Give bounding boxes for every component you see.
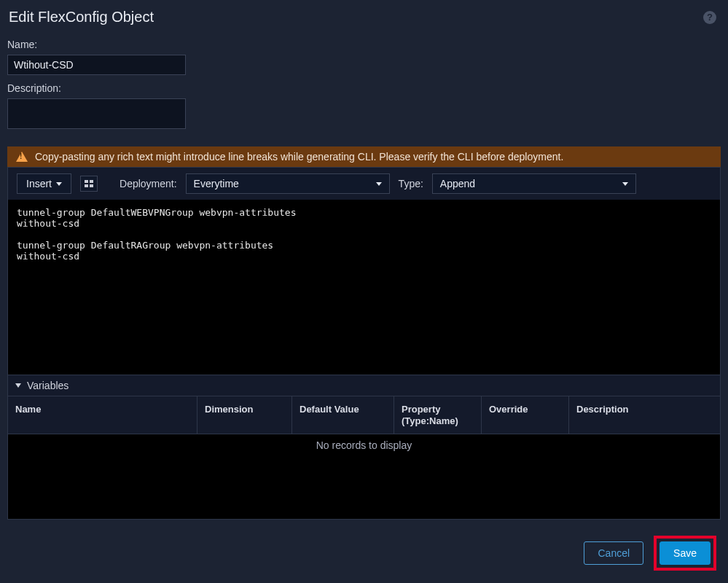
col-property: Property (Type:Name) (394, 396, 482, 434)
col-default-value: Default Value (292, 396, 394, 434)
dialog-footer: Cancel Save (0, 520, 728, 583)
insert-button-label: Insert (26, 178, 52, 189)
description-label: Description: (7, 82, 721, 94)
chevron-down-icon (56, 182, 62, 186)
col-dimension: Dimension (197, 396, 292, 434)
help-icon[interactable]: ? (703, 11, 716, 24)
variables-table-header: Name Dimension Default Value Property (T… (8, 396, 720, 434)
name-label: Name: (7, 39, 721, 50)
warning-text: Copy-pasting any rich text might introdu… (35, 151, 563, 163)
edit-flexconfig-dialog: Edit FlexConfig Object ? Name: Descripti… (0, 0, 728, 583)
col-name: Name (8, 396, 197, 434)
grid-icon (85, 180, 93, 187)
dialog-titlebar: Edit FlexConfig Object ? (0, 0, 728, 39)
editor-toolbar: Insert Deployment: Everytime Type: Appen… (8, 168, 720, 200)
deployment-label: Deployment: (120, 178, 177, 189)
warning-icon (16, 152, 28, 162)
description-input[interactable] (7, 98, 186, 129)
dialog-title: Edit FlexConfig Object (9, 9, 154, 26)
variable-picker-button[interactable] (80, 176, 98, 192)
cancel-button[interactable]: Cancel (584, 541, 643, 565)
cli-editor[interactable]: tunnel-group DefaultWEBVPNGroup webvpn-a… (8, 200, 720, 375)
save-button[interactable]: Save (659, 541, 711, 565)
variables-empty-message: No records to display (8, 434, 720, 456)
chevron-down-icon (376, 182, 382, 186)
insert-button[interactable]: Insert (17, 173, 71, 194)
chevron-down-icon (15, 383, 21, 388)
save-button-highlight: Save (654, 536, 716, 571)
description-field: Description: (7, 82, 721, 132)
variables-table-body (8, 456, 720, 519)
type-label: Type: (399, 178, 423, 189)
warning-bar: Copy-pasting any rich text might introdu… (7, 146, 721, 167)
editor-panel: Insert Deployment: Everytime Type: Appen… (7, 167, 721, 520)
deployment-select[interactable]: Everytime (186, 173, 390, 194)
type-value: Append (440, 178, 475, 189)
variables-section-toggle[interactable]: Variables (8, 375, 720, 396)
col-description: Description (569, 396, 722, 434)
name-input[interactable] (7, 55, 186, 75)
variables-section-label: Variables (27, 380, 69, 391)
deployment-value: Everytime (194, 178, 239, 189)
name-field: Name: (7, 39, 721, 75)
chevron-down-icon (622, 182, 628, 186)
variables-table: Name Dimension Default Value Property (T… (8, 396, 720, 519)
type-select[interactable]: Append (432, 173, 636, 194)
col-override: Override (482, 396, 569, 434)
